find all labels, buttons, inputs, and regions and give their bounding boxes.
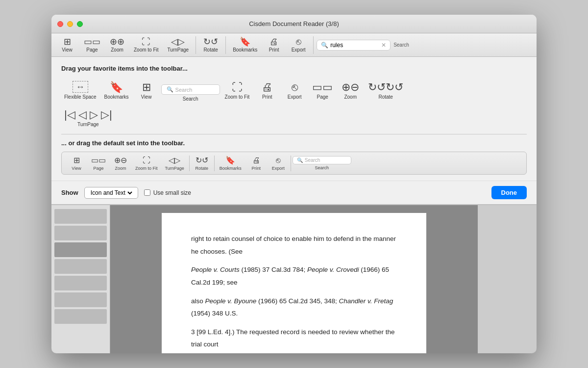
thumb-4[interactable] <box>54 259 107 274</box>
search-toolbar-label: Search <box>392 41 411 49</box>
def-print[interactable]: 🖨 Print <box>245 155 267 172</box>
show-select-input[interactable]: Icon and Text Icon Only Text Only <box>89 189 134 197</box>
cust-view-label: View <box>141 94 152 100</box>
default-set-title: ... or drag the default set into the too… <box>61 139 527 147</box>
cust-view[interactable]: ⊞ View <box>134 80 159 102</box>
maximize-button[interactable] <box>77 21 83 27</box>
def-bookmarks[interactable]: 🔖 Bookmarks <box>216 154 245 172</box>
toolbar-search-box[interactable]: 🔍 ✕ <box>317 40 391 51</box>
main-window: Cisdem Document Reader (3/8) ⊞ View ▭▭ P… <box>51 15 537 353</box>
cust-zoom[interactable]: ⊕⊖ Zoom <box>338 80 363 102</box>
def-turnpage[interactable]: ◁▷ TurnPage <box>162 154 188 172</box>
doc-para-2: People v. Courts (1985) 37 Cal.3d 784; P… <box>191 263 397 289</box>
def-print-icon: 🖨 <box>252 156 260 165</box>
cust-zoom-to-fit-icon: ⛶ <box>232 82 243 93</box>
def-view-icon: ⊞ <box>74 156 80 165</box>
thumb-7[interactable] <box>54 309 107 324</box>
def-view[interactable]: ⊞ View <box>66 154 87 172</box>
def-zoom-to-fit-icon: ⛶ <box>143 156 150 165</box>
def-print-label: Print <box>251 166 261 171</box>
def-bookmarks-icon: 🔖 <box>225 156 235 165</box>
view-label: View <box>62 47 73 53</box>
def-export[interactable]: ⎋ Export <box>268 155 289 172</box>
def-zoom-to-fit[interactable]: ⛶ Zoom to Fit <box>132 155 161 172</box>
view-icon: ⊞ <box>64 37 71 46</box>
def-zoom[interactable]: ⊕⊖ Zoom <box>110 154 131 172</box>
def-search[interactable]: 🔍 Search Search <box>293 156 351 170</box>
toolbar-rotate[interactable]: ↻↺ Rotate <box>199 35 222 54</box>
def-page-icon: ▭▭ <box>91 156 106 165</box>
done-button[interactable]: Done <box>491 186 527 199</box>
show-label: Show <box>61 189 78 196</box>
cust-export-label: Export <box>288 94 302 100</box>
rotate-icon: ↻↺ <box>203 37 218 46</box>
cust-export[interactable]: ⎋ Export <box>282 80 307 102</box>
export-label: Export <box>292 47 306 53</box>
small-size-checkbox[interactable] <box>144 189 150 196</box>
show-bar: Show Icon and Text Icon Only Text Only U… <box>51 181 537 204</box>
doc-sidebar <box>51 205 110 353</box>
def-search-label: Search <box>315 165 329 170</box>
main-toolbar: ⊞ View ▭▭ Page ⊕⊕ Zoom ⛶ Zoom to Fit ◁▷ … <box>51 33 537 57</box>
def-page[interactable]: ▭▭ Page <box>88 154 109 172</box>
def-export-label: Export <box>272 166 285 171</box>
toolbar-export[interactable]: ⎋ Export <box>287 35 310 54</box>
cust-print[interactable]: 🖨 Print <box>254 80 280 102</box>
thumb-5[interactable] <box>54 276 107 290</box>
def-rotate[interactable]: ↻↺ Rotate <box>191 154 213 172</box>
toolbar-turnpage[interactable]: ◁▷ TurnPage <box>164 35 193 54</box>
cust-rotate-icon: ↻↺↻↺ <box>368 82 403 93</box>
def-view-label: View <box>72 166 81 171</box>
thumb-1[interactable] <box>54 209 107 224</box>
zoom-label: Zoom <box>111 47 123 53</box>
toolbar-page[interactable]: ▭▭ Page <box>80 35 104 54</box>
cust-search-icon: 🔍 <box>167 86 173 93</box>
def-zoom-icon: ⊕⊖ <box>114 156 127 165</box>
cust-view-icon: ⊞ <box>142 82 151 93</box>
page-label: Page <box>86 47 98 53</box>
close-button[interactable] <box>57 21 63 27</box>
show-dropdown[interactable]: Icon and Text Icon Only Text Only <box>84 187 138 199</box>
def-zoom-to-fit-label: Zoom to Fit <box>135 166 158 171</box>
toolbar-view[interactable]: ⊞ View <box>55 35 79 54</box>
doc-main[interactable]: right to retain counsel of choice to ena… <box>110 205 478 353</box>
cust-search-placeholder: Search <box>175 87 193 93</box>
toolbar-zoom[interactable]: ⊕⊕ Zoom <box>105 35 129 54</box>
minimize-button[interactable] <box>67 21 73 27</box>
cust-zoom-label: Zoom <box>344 94 357 100</box>
cust-rotate[interactable]: ↻↺↻↺ Rotate <box>365 80 406 102</box>
cust-zoom-to-fit[interactable]: ⛶ Zoom to Fit <box>222 80 253 102</box>
cust-print-label: Print <box>262 94 272 100</box>
default-toolbar: ⊞ View ▭▭ Page ⊕⊖ Zoom ⛶ Zoom to Fit ◁▷ <box>61 152 527 175</box>
small-size-checkbox-label[interactable]: Use small size <box>144 189 191 196</box>
toolbar-print[interactable]: 🖨 Print <box>262 35 286 54</box>
thumb-2[interactable] <box>54 226 107 240</box>
bookmarks-label: Bookmarks <box>233 47 257 53</box>
thumb-3[interactable] <box>54 242 107 257</box>
cust-search-label: Search <box>183 96 198 102</box>
toolbar-zoom-to-fit[interactable]: ⛶ Zoom to Fit <box>130 35 163 54</box>
def-turnpage-label: TurnPage <box>165 166 184 171</box>
page-icon: ▭▭ <box>84 37 100 46</box>
cust-page[interactable]: ▭▭ Page <box>309 80 336 102</box>
cust-bookmarks[interactable]: 🔖 Bookmarks <box>101 80 132 102</box>
def-search-box: 🔍 Search <box>293 156 351 164</box>
toolbar-bookmarks[interactable]: 🔖 Bookmarks <box>229 35 261 54</box>
clear-search-icon[interactable]: ✕ <box>381 42 386 49</box>
document-area: right to retain counsel of choice to ena… <box>51 205 537 353</box>
def-turnpage-icon: ◁▷ <box>169 156 180 165</box>
cust-search[interactable]: 🔍 Search Search <box>161 84 220 102</box>
flexible-space-label: Flexible Space <box>64 94 97 100</box>
def-sep-2 <box>214 156 215 171</box>
thumb-6[interactable] <box>54 292 107 307</box>
customize-panel: Drag your favorite items into the toolba… <box>51 57 537 205</box>
def-rotate-label: Rotate <box>195 166 208 171</box>
cust-print-icon: 🖨 <box>262 82 272 93</box>
titlebar: Cisdem Document Reader (3/8) <box>51 15 537 33</box>
def-search-icon: 🔍 <box>297 158 303 163</box>
divider <box>61 134 527 134</box>
cust-rotate-label: Rotate <box>378 94 392 100</box>
cust-turnpage[interactable]: |◁ ◁ ▷ ▷| TurnPage <box>61 107 115 129</box>
cust-flexible-space[interactable]: ↔ Flexible Space <box>61 79 99 102</box>
search-input[interactable] <box>330 42 379 49</box>
